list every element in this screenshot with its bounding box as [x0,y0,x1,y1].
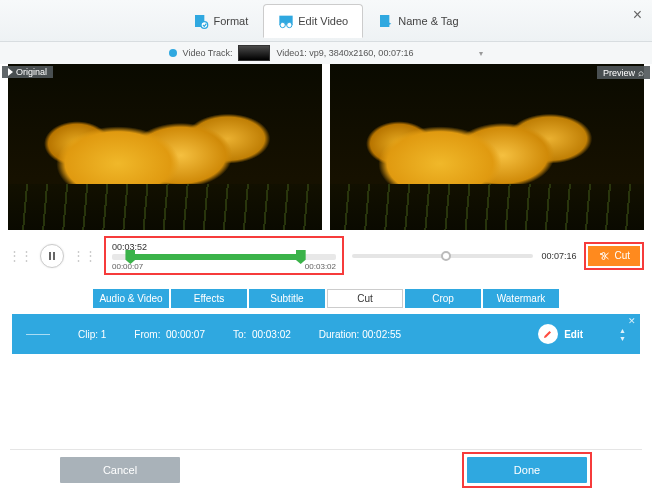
clip-from: From: 00:00:07 [134,329,205,340]
original-badge-text: Original [16,67,47,77]
cancel-button[interactable]: Cancel [60,457,180,483]
svg-point-3 [280,22,285,27]
clip-edit-button[interactable]: Edit [538,324,583,344]
preview-row: Original Preview⌕ [0,64,652,230]
cut-button[interactable]: Cut [588,246,640,266]
tab-edit-video[interactable]: Edit Video [263,4,363,38]
playback-controls: ⋮⋮ ⋮⋮ 00:03:52 00:00:0700:03:02 00:07:16… [0,230,652,281]
subtab-watermark[interactable]: Watermark [483,289,559,308]
done-button[interactable]: Done [467,457,587,483]
original-preview [8,64,322,230]
scissors-icon [598,250,610,262]
clip-edit-label: Edit [564,329,583,340]
close-icon[interactable]: × [633,6,642,24]
track-dropdown-icon[interactable]: ▾ [479,49,483,58]
subtab-cut[interactable]: Cut [327,289,403,308]
subtab-subtitle[interactable]: Subtitle [249,289,325,308]
clip-drag-icon[interactable] [26,334,50,335]
tab-format-label: Format [213,15,248,27]
clip-to: To: 00:03:02 [233,329,291,340]
progress-knob[interactable] [441,251,451,261]
trim-track[interactable] [112,254,336,260]
edited-preview [330,64,644,230]
move-up-icon[interactable]: ▲ [619,327,626,334]
grip-left-icon: ⋮⋮ [8,248,32,263]
track-radio-icon [169,49,177,57]
track-info: Video1: vp9, 3840x2160, 00:07:16 [276,48,413,58]
cut-button-label: Cut [614,250,630,261]
preview-badge-text: Preview [603,68,635,78]
clip-duration: Duration: 00:02:55 [319,329,401,340]
name-tag-icon [378,13,394,29]
trim-start-time: 00:00:07 [112,262,143,271]
magnify-icon: ⌕ [638,67,644,78]
video-track-bar: Video Track: Video1: vp9, 3840x2160, 00:… [0,42,652,64]
tab-name-tag[interactable]: Name & Tag [363,4,473,38]
total-time: 00:07:16 [541,251,576,261]
tab-nametag-label: Name & Tag [398,15,458,27]
clip-index: Clip: 1 [78,329,106,340]
edit-subtabs: Audio & Video Effects Subtitle Cut Crop … [0,281,652,314]
move-down-icon[interactable]: ▼ [619,335,626,342]
footer: Cancel Done [0,452,652,488]
svg-point-4 [287,22,292,27]
subtab-effects[interactable]: Effects [171,289,247,308]
preview-badge[interactable]: Preview⌕ [597,66,650,79]
done-button-highlight: Done [462,452,592,488]
trim-timeline[interactable]: 00:03:52 00:00:0700:03:02 [104,236,344,275]
tab-edit-label: Edit Video [298,15,348,27]
pause-button[interactable] [40,244,64,268]
top-tabbar: Format Edit Video Name & Tag × [0,0,652,42]
play-triangle-icon [8,68,13,76]
subtab-audio-video[interactable]: Audio & Video [93,289,169,308]
cut-button-highlight: Cut [584,242,644,270]
clip-close-icon[interactable]: ✕ [628,316,636,326]
footer-separator [10,449,642,450]
clip-reorder: ▲ ▼ [619,327,626,342]
pencil-icon [538,324,558,344]
tab-format[interactable]: Format [178,4,263,38]
clip-row: ✕ Clip: 1 From: 00:00:07 To: 00:03:02 Du… [12,314,640,354]
original-badge: Original [2,66,53,78]
format-icon [193,13,209,29]
subtab-crop[interactable]: Crop [405,289,481,308]
edit-video-icon [278,13,294,29]
pause-icon [49,252,55,260]
full-progress-track[interactable] [352,254,533,258]
track-label: Video Track: [183,48,233,58]
svg-point-1 [201,21,208,28]
grip-right-icon: ⋮⋮ [72,248,96,263]
track-thumbnail [238,45,270,61]
trim-end-time: 00:03:02 [305,262,336,271]
